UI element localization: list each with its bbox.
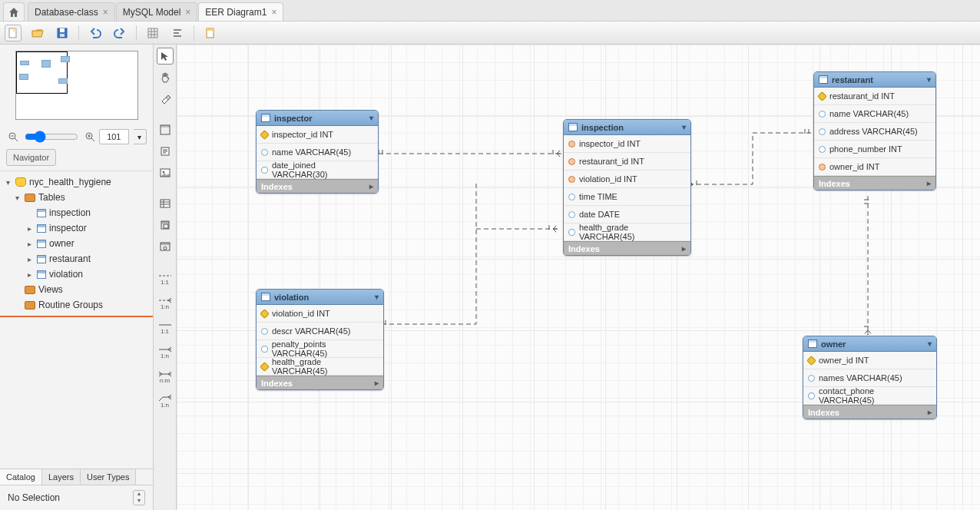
column-row[interactable]: restaurant_id INT [564, 153, 690, 171]
close-icon[interactable]: × [185, 7, 190, 18]
expand-icon[interactable]: ▸ [369, 182, 373, 190]
align-button[interactable] [169, 25, 186, 41]
column-row[interactable]: owner_id INT [803, 352, 936, 369]
tab-database-class[interactable]: Database-class × [28, 2, 115, 21]
attr-icon [819, 146, 826, 153]
minimap[interactable] [15, 51, 138, 120]
open-file-button[interactable] [29, 25, 46, 41]
note-tool[interactable] [157, 143, 174, 160]
tree-table-item[interactable]: ▸ restaurant [0, 251, 153, 267]
entity-header[interactable]: restaurant ▾ [814, 72, 935, 88]
rel-1-n-id-tool[interactable]: 1:n [157, 343, 174, 363]
column-row[interactable]: restaurant_id INT [814, 88, 935, 105]
column-row[interactable]: address VARCHAR(45) [814, 123, 935, 141]
tree-routines-node[interactable]: Routine Groups [0, 297, 153, 313]
rel-1-n-nonid-tool[interactable]: 1:n [157, 293, 174, 313]
undo-button[interactable] [87, 25, 104, 41]
export-button[interactable] [202, 25, 219, 41]
tree-table-item[interactable]: ▸ violation [0, 267, 153, 282]
diagram-canvas[interactable]: inspector ▾ inspector_id INT name VARCHA… [177, 45, 980, 510]
entity-owner[interactable]: owner ▾ owner_id INT names VARCHAR(45) c… [803, 336, 937, 419]
collapse-icon[interactable]: ▾ [375, 293, 379, 301]
routine-tool[interactable] [157, 238, 174, 255]
hand-tool[interactable] [157, 69, 174, 86]
rel-1-1-nonid-tool[interactable]: 1:1 [157, 269, 174, 289]
table-tool[interactable] [157, 195, 174, 212]
collapse-icon[interactable]: ▾ [682, 123, 686, 131]
tab-eer-diagram[interactable]: EER Diagram1 × [198, 2, 283, 21]
expand-icon[interactable]: ▸ [375, 379, 379, 387]
expand-icon[interactable]: ▸ [927, 179, 931, 187]
entity-violation[interactable]: violation ▾ violation_id INT descr VARCH… [256, 289, 384, 390]
rel-1-1-id-tool[interactable]: 1:1 [157, 318, 174, 338]
entity-footer[interactable]: Indexes▸ [564, 241, 690, 255]
tree-views-node[interactable]: Views [0, 282, 153, 297]
column-row[interactable]: descr VARCHAR(45) [257, 323, 383, 340]
entity-header[interactable]: inspector ▾ [257, 111, 378, 126]
tab-catalog[interactable]: Catalog [0, 469, 42, 485]
navigator-tab[interactable]: Navigator [6, 149, 56, 166]
entity-footer[interactable]: Indexes▸ [803, 405, 936, 419]
selection-stepper[interactable]: ▴▾ [133, 490, 145, 505]
zoom-in-icon[interactable] [84, 131, 95, 142]
zoom-dropdown[interactable]: ▾ [134, 129, 147, 144]
pointer-tool[interactable] [157, 48, 174, 65]
tab-user-types[interactable]: User Types [81, 469, 136, 485]
tree-table-item[interactable]: inspection [0, 205, 153, 220]
tree-tables-node[interactable]: ▾ Tables [0, 190, 153, 205]
tree-db-node[interactable]: ▾ nyc_health_hygiene [0, 174, 153, 190]
column-row[interactable]: date_joined VARCHAR(30) [257, 161, 378, 179]
zoom-slider[interactable] [25, 131, 78, 143]
column-row[interactable]: name VARCHAR(45) [257, 144, 378, 161]
column-row[interactable]: violation_id INT [257, 305, 383, 323]
rel-place-tool[interactable]: 1:n [157, 392, 174, 412]
close-icon[interactable]: × [103, 7, 108, 18]
zoom-out-icon[interactable] [8, 131, 18, 142]
tree-table-item[interactable]: ▸ owner [0, 236, 153, 251]
entity-footer[interactable]: Indexes▸ [257, 179, 378, 193]
column-row[interactable]: time TIME [564, 188, 690, 206]
column-row[interactable]: inspector_id INT [564, 135, 690, 153]
save-button[interactable] [54, 25, 71, 41]
entity-inspector[interactable]: inspector ▾ inspector_id INT name VARCHA… [256, 110, 379, 194]
column-row[interactable]: names VARCHAR(45) [803, 369, 936, 387]
column-row[interactable]: date DATE [564, 206, 690, 224]
redo-button[interactable] [111, 25, 128, 41]
svg-rect-1 [13, 28, 16, 31]
column-row[interactable]: name VARCHAR(45) [814, 105, 935, 123]
rel-n-m-tool[interactable]: n:m [157, 367, 174, 387]
entity-inspection[interactable]: inspection ▾ inspector_id INT restaurant… [563, 119, 691, 256]
grid-toggle-button[interactable] [144, 25, 161, 41]
home-tab[interactable] [3, 2, 25, 21]
column-row[interactable]: health_grade VARCHAR(45) [257, 358, 383, 376]
collapse-icon[interactable]: ▾ [927, 75, 931, 84]
entity-header[interactable]: violation ▾ [257, 290, 383, 305]
rel-icon [158, 272, 172, 279]
close-icon[interactable]: × [271, 7, 276, 18]
entity-footer[interactable]: Indexes▸ [257, 376, 383, 389]
new-file-button[interactable] [5, 25, 22, 41]
entity-header[interactable]: inspection ▾ [564, 120, 690, 135]
column-row[interactable]: phone_number INT [814, 141, 935, 158]
collapse-icon[interactable]: ▾ [928, 339, 932, 348]
column-row[interactable]: owner_id INT [814, 158, 935, 176]
expand-icon[interactable]: ▸ [682, 244, 686, 253]
entity-footer[interactable]: Indexes▸ [814, 176, 935, 190]
column-row[interactable]: health_grade VARCHAR(45) [564, 224, 690, 241]
view-tool[interactable] [157, 217, 174, 233]
column-row[interactable]: violation_id INT [564, 171, 690, 188]
tab-mysql-model[interactable]: MySQL Model × [116, 2, 198, 21]
zoom-value[interactable]: 101 [99, 129, 129, 144]
column-row[interactable]: penalty_points VARCHAR(45) [257, 340, 383, 358]
expand-icon[interactable]: ▸ [928, 408, 932, 416]
column-row[interactable]: inspector_id INT [257, 126, 378, 144]
entity-restaurant[interactable]: restaurant ▾ restaurant_id INT name VARC… [813, 71, 936, 190]
image-tool[interactable] [157, 164, 174, 181]
layer-tool[interactable] [157, 121, 174, 138]
tree-table-item[interactable]: ▸ inspector [0, 220, 153, 236]
entity-header[interactable]: owner ▾ [803, 336, 936, 352]
column-row[interactable]: contact_phone VARCHAR(45) [803, 387, 936, 405]
collapse-icon[interactable]: ▾ [369, 114, 373, 122]
tab-layers[interactable]: Layers [42, 469, 81, 485]
eraser-tool[interactable] [157, 91, 174, 108]
